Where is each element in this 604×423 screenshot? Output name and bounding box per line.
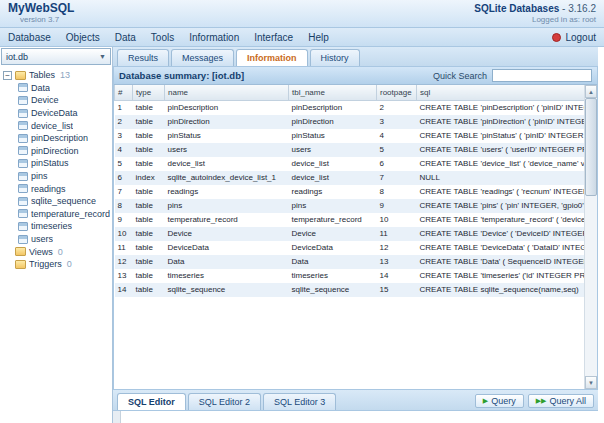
cell-name: sqlite_autoindex_device_list_1 <box>165 171 289 185</box>
server-version: 3.16.2 <box>568 3 596 14</box>
cell-rownum: 9 <box>115 213 133 227</box>
table-row[interactable]: 4 table users users 5 CREATE TABLE 'user… <box>115 143 585 157</box>
menu-item[interactable]: Interface <box>254 32 293 43</box>
cell-tbl-name: pins <box>289 199 377 213</box>
tab-sql-editor-2-label: SQL Editor 2 <box>199 397 250 407</box>
column-header[interactable]: rootpage <box>377 85 417 100</box>
tab-messages[interactable]: Messages <box>171 49 234 66</box>
sidebar-table-item[interactable]: pinStatus <box>3 157 112 170</box>
table-row[interactable]: 14 table sqlite_sequence sqlite_sequence… <box>115 283 585 297</box>
table-name: device_list <box>31 121 73 131</box>
tab-results[interactable]: Results <box>117 49 169 66</box>
sidebar-section-triggers[interactable]: Triggers 0 <box>3 258 112 271</box>
cell-sql: CREATE TABLE 'timeseries' ('id' INTEGER … <box>417 269 585 283</box>
cell-rownum: 6 <box>115 171 133 185</box>
quick-search-input[interactable] <box>492 69 592 82</box>
sidebar-table-item[interactable]: timeseries <box>3 220 112 233</box>
table-icon <box>18 197 28 206</box>
cell-type: table <box>133 115 165 129</box>
cell-tbl-name: Data <box>289 255 377 269</box>
column-header[interactable]: type <box>133 85 165 100</box>
cell-tbl-name: pinDescription <box>289 100 377 115</box>
scroll-up-icon[interactable]: ▲ <box>585 85 597 98</box>
views-count: 0 <box>58 247 63 257</box>
editor-buttons: ▶ Query ▶▶ Query All <box>475 394 594 410</box>
menu-item[interactable]: Database <box>8 32 51 43</box>
table-icon <box>18 83 28 92</box>
information-panel: Database summary: [iot.db] Quick Search <box>113 67 598 389</box>
sidebar-table-item[interactable]: pinDescription <box>3 132 112 145</box>
cell-type: table <box>133 129 165 143</box>
cell-sql: CREATE TABLE 'temperature_record' ( 'dev… <box>417 213 585 227</box>
cell-rootpage: 4 <box>377 129 417 143</box>
tab-sql-editor-2[interactable]: SQL Editor 2 <box>188 393 261 410</box>
table-row[interactable]: 13 table timeseries timeseries 14 CREATE… <box>115 269 585 283</box>
column-header[interactable]: # <box>115 85 133 100</box>
table-row[interactable]: 5 table device_list device_list 6 CREATE… <box>115 157 585 171</box>
sidebar-table-item[interactable]: pins <box>3 170 112 183</box>
table-row[interactable]: 10 table Device Device 11 CREATE TABLE '… <box>115 227 585 241</box>
tab-sql-editor-1[interactable]: SQL Editor <box>117 393 186 410</box>
table-row[interactable]: 6 index sqlite_autoindex_device_list_1 d… <box>115 171 585 185</box>
table-row[interactable]: 1 table pinDescription pinDescription 2 … <box>115 100 585 115</box>
menu-item[interactable]: Information <box>189 32 239 43</box>
sql-editor-input[interactable] <box>113 410 598 423</box>
play-all-icon: ▶▶ <box>536 397 547 405</box>
database-selector[interactable]: iot.db ▼ <box>1 48 111 65</box>
tab-sql-editor-3[interactable]: SQL Editor 3 <box>263 393 336 410</box>
sidebar-table-item[interactable]: Data <box>3 82 112 95</box>
menu-item[interactable]: Help <box>308 32 329 43</box>
table-row[interactable]: 11 table DeviceData DeviceData 12 CREATE… <box>115 241 585 255</box>
cell-rootpage: 11 <box>377 227 417 241</box>
cell-rootpage: 15 <box>377 283 417 297</box>
scrollbar-thumb[interactable] <box>585 98 597 196</box>
triggers-section-label: Triggers <box>29 259 62 269</box>
vertical-scrollbar[interactable]: ▲ ▼ <box>584 85 597 389</box>
sidebar-section-tables[interactable]: − Tables 13 <box>3 69 112 82</box>
table-row[interactable]: 3 table pinStatus pinStatus 4 CREATE TAB… <box>115 129 585 143</box>
menu-item[interactable]: Objects <box>66 32 100 43</box>
table-row[interactable]: 12 table Data Data 13 CREATE TABLE 'Data… <box>115 255 585 269</box>
menu-item[interactable]: Data <box>115 32 136 43</box>
object-tree: − Tables 13 Data Device <box>0 66 112 423</box>
table-name: DeviceData <box>31 108 78 118</box>
table-row[interactable]: 2 table pinDirection pinDirection 3 CREA… <box>115 115 585 129</box>
folder-icon <box>15 71 26 80</box>
table-row[interactable]: 9 table temperature_record temperature_r… <box>115 213 585 227</box>
scroll-down-icon[interactable]: ▼ <box>585 376 597 389</box>
app-name: MyWebSQL <box>8 3 74 14</box>
cell-rownum: 3 <box>115 129 133 143</box>
column-header[interactable]: name <box>165 85 289 100</box>
table-name: temperature_record <box>31 209 110 219</box>
column-header[interactable]: sql <box>417 85 585 100</box>
cell-tbl-name: temperature_record <box>289 213 377 227</box>
sidebar-table-item[interactable]: device_list <box>3 119 112 132</box>
query-all-button[interactable]: ▶▶ Query All <box>528 394 594 408</box>
play-icon: ▶ <box>483 397 488 405</box>
sidebar-table-item[interactable]: readings <box>3 182 112 195</box>
tab-information-label: Information <box>247 53 297 63</box>
sidebar-section-views[interactable]: Views 0 <box>3 245 112 258</box>
cell-tbl-name: device_list <box>289 157 377 171</box>
tab-information[interactable]: Information <box>236 49 308 66</box>
query-button[interactable]: ▶ Query <box>475 394 524 408</box>
triggers-count: 0 <box>67 259 72 269</box>
sidebar-table-item[interactable]: users <box>3 233 112 246</box>
editor-tabbar: SQL Editor SQL Editor 2 SQL Editor 3 ▶ Q… <box>113 390 598 410</box>
tab-history[interactable]: History <box>310 49 360 66</box>
sidebar-table-item[interactable]: temperature_record <box>3 208 112 221</box>
cell-name: readings <box>165 185 289 199</box>
collapse-icon[interactable]: − <box>3 71 12 80</box>
logout-icon <box>552 33 561 42</box>
logout-button[interactable]: Logout <box>552 32 596 43</box>
column-header[interactable]: tbl_name <box>289 85 377 100</box>
table-row[interactable]: 8 table pins pins 9 CREATE TABLE 'pins' … <box>115 199 585 213</box>
sidebar-table-item[interactable]: DeviceData <box>3 107 112 120</box>
sidebar-table-item[interactable]: Device <box>3 94 112 107</box>
menu-item[interactable]: Tools <box>151 32 174 43</box>
sidebar-table-item[interactable]: sqlite_sequence <box>3 195 112 208</box>
cell-rootpage: 14 <box>377 269 417 283</box>
sidebar-table-item[interactable]: pinDirection <box>3 145 112 158</box>
cell-sql: CREATE TABLE 'pinDirection' ( 'pinID' IN… <box>417 115 585 129</box>
table-row[interactable]: 7 table readings readings 8 CREATE TABLE… <box>115 185 585 199</box>
